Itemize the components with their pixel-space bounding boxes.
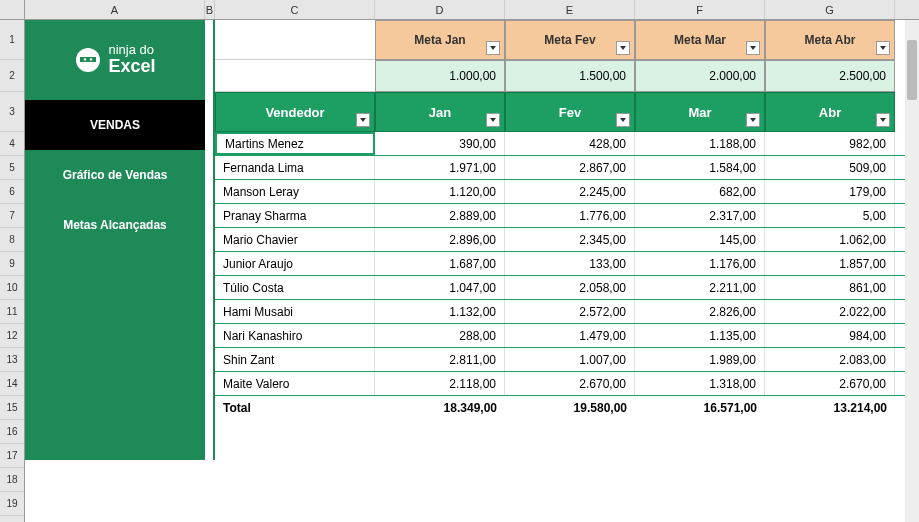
- value-cell[interactable]: 2.572,00: [505, 300, 635, 323]
- row-header-5[interactable]: 5: [0, 156, 24, 180]
- value-cell[interactable]: 145,00: [635, 228, 765, 251]
- value-cell[interactable]: 509,00: [765, 156, 895, 179]
- meta-blank[interactable]: [215, 20, 375, 60]
- value-cell[interactable]: 1.584,00: [635, 156, 765, 179]
- header-fev[interactable]: Fev: [505, 92, 635, 132]
- meta-mar-header[interactable]: Meta Mar: [635, 20, 765, 60]
- value-cell[interactable]: 2.889,00: [375, 204, 505, 227]
- header-mar[interactable]: Mar: [635, 92, 765, 132]
- value-cell[interactable]: 2.811,00: [375, 348, 505, 371]
- row-header-6[interactable]: 6: [0, 180, 24, 204]
- row-header-16[interactable]: 16: [0, 420, 24, 444]
- row-header-7[interactable]: 7: [0, 204, 24, 228]
- row-header-13[interactable]: 13: [0, 348, 24, 372]
- value-cell[interactable]: 1.776,00: [505, 204, 635, 227]
- value-cell[interactable]: 2.896,00: [375, 228, 505, 251]
- total-fev[interactable]: 19.580,00: [505, 396, 635, 420]
- value-cell[interactable]: 2.245,00: [505, 180, 635, 203]
- filter-icon[interactable]: [876, 113, 890, 127]
- value-cell[interactable]: 428,00: [505, 132, 635, 155]
- value-cell[interactable]: 1.971,00: [375, 156, 505, 179]
- value-cell[interactable]: 2.670,00: [765, 372, 895, 395]
- header-jan[interactable]: Jan: [375, 92, 505, 132]
- row-header-3[interactable]: 3: [0, 92, 24, 132]
- row-header-2[interactable]: 2: [0, 60, 24, 92]
- value-cell[interactable]: 2.317,00: [635, 204, 765, 227]
- total-abr[interactable]: 13.214,00: [765, 396, 895, 420]
- value-cell[interactable]: 2.345,00: [505, 228, 635, 251]
- vendor-name-cell[interactable]: Manson Leray: [215, 180, 375, 203]
- vendor-name-cell[interactable]: Pranay Sharma: [215, 204, 375, 227]
- vendor-name-cell[interactable]: Junior Araujo: [215, 252, 375, 275]
- value-cell[interactable]: 179,00: [765, 180, 895, 203]
- row-header-11[interactable]: 11: [0, 300, 24, 324]
- nav-item-vendas[interactable]: VENDAS: [25, 100, 205, 150]
- row-header-1[interactable]: 1: [0, 20, 24, 60]
- value-cell[interactable]: 1.989,00: [635, 348, 765, 371]
- row-header-20[interactable]: 20: [0, 516, 24, 522]
- vendor-name-cell[interactable]: Túlio Costa: [215, 276, 375, 299]
- col-header-a[interactable]: A: [25, 0, 205, 19]
- meta-fev-val[interactable]: 1.500,00: [505, 60, 635, 92]
- select-all-corner[interactable]: [0, 0, 24, 20]
- value-cell[interactable]: 2.826,00: [635, 300, 765, 323]
- value-cell[interactable]: 5,00: [765, 204, 895, 227]
- meta-jan-val[interactable]: 1.000,00: [375, 60, 505, 92]
- row-header-8[interactable]: 8: [0, 228, 24, 252]
- nav-item-metas[interactable]: Metas Alcançadas: [25, 200, 205, 250]
- total-label[interactable]: Total: [215, 396, 375, 420]
- value-cell[interactable]: 2.211,00: [635, 276, 765, 299]
- row-header-10[interactable]: 10: [0, 276, 24, 300]
- value-cell[interactable]: 1.047,00: [375, 276, 505, 299]
- value-cell[interactable]: 984,00: [765, 324, 895, 347]
- filter-icon[interactable]: [356, 113, 370, 127]
- row-header-15[interactable]: 15: [0, 396, 24, 420]
- value-cell[interactable]: 1.135,00: [635, 324, 765, 347]
- value-cell[interactable]: 2.867,00: [505, 156, 635, 179]
- value-cell[interactable]: 1.857,00: [765, 252, 895, 275]
- scroll-thumb[interactable]: [907, 40, 917, 100]
- value-cell[interactable]: 2.058,00: [505, 276, 635, 299]
- header-vendedor[interactable]: Vendedor: [215, 92, 375, 132]
- meta-abr-header[interactable]: Meta Abr: [765, 20, 895, 60]
- filter-icon[interactable]: [876, 41, 890, 55]
- value-cell[interactable]: 390,00: [375, 132, 505, 155]
- value-cell[interactable]: 861,00: [765, 276, 895, 299]
- value-cell[interactable]: 2.670,00: [505, 372, 635, 395]
- value-cell[interactable]: 1.120,00: [375, 180, 505, 203]
- value-cell[interactable]: 1.687,00: [375, 252, 505, 275]
- value-cell[interactable]: 682,00: [635, 180, 765, 203]
- value-cell[interactable]: 1.176,00: [635, 252, 765, 275]
- value-cell[interactable]: 1.132,00: [375, 300, 505, 323]
- value-cell[interactable]: 2.022,00: [765, 300, 895, 323]
- filter-icon[interactable]: [746, 41, 760, 55]
- row-header-19[interactable]: 19: [0, 492, 24, 516]
- filter-icon[interactable]: [486, 41, 500, 55]
- vendor-name-cell[interactable]: Martins Menez: [215, 132, 375, 155]
- total-mar[interactable]: 16.571,00: [635, 396, 765, 420]
- vertical-scrollbar[interactable]: [905, 20, 919, 522]
- value-cell[interactable]: 982,00: [765, 132, 895, 155]
- meta-abr-val[interactable]: 2.500,00: [765, 60, 895, 92]
- row-header-14[interactable]: 14: [0, 372, 24, 396]
- value-cell[interactable]: 1.188,00: [635, 132, 765, 155]
- filter-icon[interactable]: [616, 113, 630, 127]
- value-cell[interactable]: 2.083,00: [765, 348, 895, 371]
- col-header-g[interactable]: G: [765, 0, 895, 19]
- value-cell[interactable]: 133,00: [505, 252, 635, 275]
- value-cell[interactable]: 1.318,00: [635, 372, 765, 395]
- vendor-name-cell[interactable]: Nari Kanashiro: [215, 324, 375, 347]
- nav-item-grafico[interactable]: Gráfico de Vendas: [25, 150, 205, 200]
- meta-mar-val[interactable]: 2.000,00: [635, 60, 765, 92]
- meta-jan-header[interactable]: Meta Jan: [375, 20, 505, 60]
- vendor-name-cell[interactable]: Maite Valero: [215, 372, 375, 395]
- col-header-c[interactable]: C: [215, 0, 375, 19]
- meta-fev-header[interactable]: Meta Fev: [505, 20, 635, 60]
- value-cell[interactable]: 1.007,00: [505, 348, 635, 371]
- vendor-name-cell[interactable]: Shin Zant: [215, 348, 375, 371]
- row-header-17[interactable]: 17: [0, 444, 24, 468]
- row-header-9[interactable]: 9: [0, 252, 24, 276]
- value-cell[interactable]: 288,00: [375, 324, 505, 347]
- row-header-4[interactable]: 4: [0, 132, 24, 156]
- header-abr[interactable]: Abr: [765, 92, 895, 132]
